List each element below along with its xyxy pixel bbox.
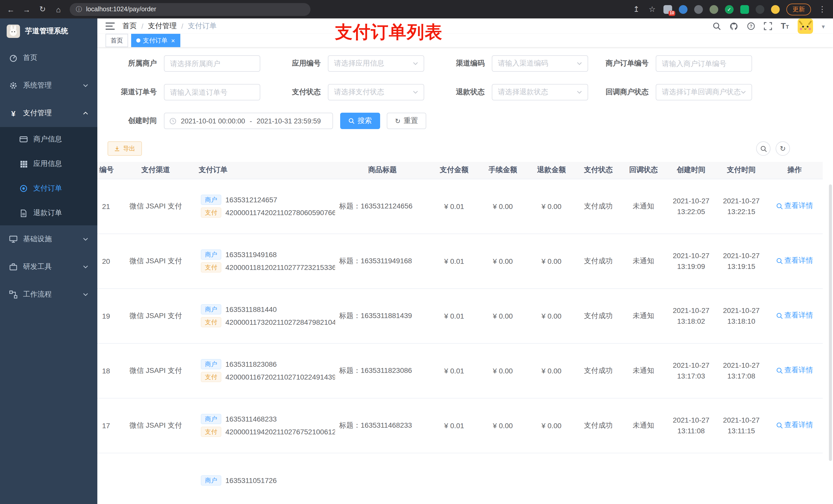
- pay-status-select[interactable]: 请选择支付状态: [328, 84, 424, 100]
- breadcrumb-payment[interactable]: 支付管理: [148, 22, 177, 31]
- browser-menu-icon[interactable]: [818, 5, 827, 14]
- col-pay-order: 支付订单: [197, 162, 335, 179]
- extension-icon-4[interactable]: [710, 5, 718, 14]
- browser-forward-icon[interactable]: [22, 5, 31, 14]
- fee-amount-cell: ¥ 0.00: [478, 343, 527, 398]
- col-refund: 退款金额: [527, 162, 576, 179]
- search-button[interactable]: 搜索: [340, 113, 380, 129]
- date-range-picker[interactable]: 2021-10-01 00:00:00 - 2021-10-31 23:59:5…: [164, 113, 333, 129]
- sidebar-item-devtools[interactable]: 研发工具: [0, 253, 97, 281]
- order-id-cell: 20: [97, 234, 115, 288]
- col-channel: 支付渠道: [115, 162, 197, 179]
- actions-cell: 查看详情: [766, 288, 823, 343]
- table-row: 20 微信 JSAPI 支付 商户 1635311949168 支付: [97, 234, 823, 288]
- hamburger-icon[interactable]: [105, 22, 115, 30]
- pay-date: 2021-10-27: [720, 360, 762, 370]
- merchant-tag: 商户: [201, 249, 221, 260]
- view-detail-link[interactable]: 查看详情: [776, 366, 813, 375]
- browser-reload-icon[interactable]: [38, 5, 47, 14]
- sidebar-item-pay-order[interactable]: 支付订单: [0, 176, 97, 201]
- filter-channel-order-no: 渠道订单号: [108, 84, 260, 100]
- document-icon: [20, 209, 28, 217]
- date-end: 2021-10-31 23:59:59: [257, 117, 321, 125]
- search-icon[interactable]: [713, 22, 721, 30]
- fullscreen-icon[interactable]: [764, 22, 772, 30]
- avatar[interactable]: [798, 19, 813, 34]
- font-size-icon[interactable]: TT: [781, 22, 789, 31]
- site-info-icon[interactable]: [76, 5, 82, 14]
- search-icon: [760, 145, 767, 152]
- filter-refund-status: 退款状态 请选择退款状态: [435, 84, 588, 100]
- pay-channel-cell: 微信 JSAPI 支付: [115, 234, 197, 288]
- pay-time: 13:19:15: [720, 261, 762, 272]
- refund-amount-cell: ¥ 0.00: [527, 179, 576, 234]
- create-time: 13:18:02: [670, 316, 712, 327]
- view-detail-link[interactable]: 查看详情: [776, 201, 813, 211]
- extension-icon-1[interactable]: 10: [663, 5, 672, 14]
- help-icon[interactable]: ?: [747, 22, 755, 30]
- address-bar[interactable]: localhost:1024/pay/order: [70, 3, 310, 16]
- extension-icon-8[interactable]: [771, 5, 780, 14]
- merchant-input[interactable]: [164, 55, 260, 72]
- product-title-cell: 标题：1635312124656: [335, 179, 430, 234]
- scrollbar-thumb[interactable]: [829, 184, 832, 461]
- refund-status-select[interactable]: 请选择退款状态: [492, 84, 588, 100]
- sidebar-item-merchant-info[interactable]: 商户信息: [0, 127, 97, 152]
- chevron-down-icon: [83, 237, 88, 242]
- chevron-down-icon: [577, 90, 582, 95]
- sidebar-item-label: 系统管理: [23, 81, 52, 90]
- sidebar-item-home[interactable]: 首页: [0, 44, 97, 72]
- view-detail-label: 查看详情: [784, 201, 813, 211]
- sidebar-item-refund-order[interactable]: 退款订单: [0, 201, 97, 225]
- bookmark-icon[interactable]: [647, 5, 657, 14]
- sidebar-item-system[interactable]: 系统管理: [0, 72, 97, 99]
- merchant-order-no-input[interactable]: [656, 55, 752, 72]
- extension-icon-3[interactable]: [694, 5, 703, 14]
- svg-text:?: ?: [750, 24, 752, 29]
- refresh-button[interactable]: [776, 141, 790, 156]
- order-id-cell: 18: [97, 343, 115, 398]
- export-button[interactable]: 导出: [108, 141, 142, 156]
- extension-icon-7[interactable]: [756, 5, 764, 14]
- extension-icon-6[interactable]: [740, 5, 749, 14]
- reset-button[interactable]: 重置: [387, 113, 426, 129]
- pay-amount-cell: ¥ 0.01: [430, 179, 478, 234]
- close-icon[interactable]: [171, 37, 175, 44]
- toggle-search-button[interactable]: [756, 141, 770, 156]
- browser-update-button[interactable]: 更新: [786, 3, 811, 15]
- view-detail-link[interactable]: 查看详情: [776, 311, 813, 320]
- channel-order-no-input[interactable]: [164, 84, 260, 100]
- sidebar-item-infra[interactable]: 基础设施: [0, 225, 97, 253]
- screen: localhost:1024/pay/order 10 ✓ 更新 芋道管理系统: [0, 0, 833, 504]
- view-detail-link[interactable]: 查看详情: [776, 256, 813, 266]
- channel-code-select[interactable]: 请输入渠道编码: [492, 55, 588, 72]
- create-date: 2021-10-27: [670, 195, 712, 206]
- create-date: 2021-10-27: [670, 250, 712, 261]
- github-icon[interactable]: [730, 22, 738, 30]
- sidebar-item-workflow[interactable]: 工作流程: [0, 281, 97, 308]
- browser-back-icon[interactable]: [6, 5, 15, 14]
- field-label: 商户订单编号: [599, 59, 656, 68]
- search-icon: [776, 258, 783, 264]
- search-icon: [776, 422, 783, 429]
- pay-order-line: 支付 4200001194202110276752100612: [201, 427, 331, 437]
- breadcrumb-home[interactable]: 首页: [122, 22, 137, 31]
- view-detail-link[interactable]: 查看详情: [776, 421, 813, 430]
- merchant-order-no: 1635311823086: [225, 360, 277, 368]
- col-create-time: 创建时间: [666, 162, 716, 179]
- notify-status-cell: 未通知: [621, 398, 666, 453]
- filter-row-3: 创建时间 2021-10-01 00:00:00 - 2021-10-31 23…: [108, 113, 823, 129]
- tab-home[interactable]: 首页: [105, 34, 128, 47]
- extension-icon-5[interactable]: ✓: [725, 5, 734, 14]
- sidebar-item-payment[interactable]: ¥ 支付管理: [0, 99, 97, 127]
- notify-status-select[interactable]: 请选择订单回调商户状态: [656, 84, 752, 100]
- browser-home-icon[interactable]: [54, 5, 63, 14]
- avatar-caret-icon[interactable]: [822, 22, 825, 31]
- share-icon[interactable]: [632, 5, 641, 14]
- app-id-select[interactable]: 请选择应用信息: [328, 55, 424, 72]
- select-placeholder: 请选择应用信息: [334, 59, 384, 68]
- sidebar-item-app-info[interactable]: 应用信息: [0, 152, 97, 176]
- pay-order-no: 4200001181202110277723215336: [225, 263, 335, 271]
- tab-pay-order[interactable]: 支付订单: [131, 34, 180, 47]
- extension-icon-2[interactable]: [679, 5, 688, 14]
